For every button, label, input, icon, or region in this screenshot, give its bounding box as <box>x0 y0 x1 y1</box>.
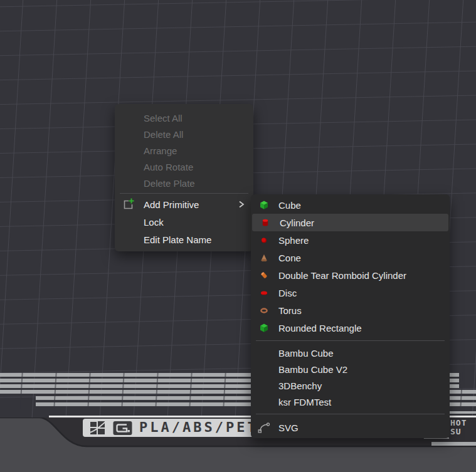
bezier-curve-icon <box>258 421 270 434</box>
submenu-item-label: Cone <box>278 253 301 263</box>
submenu-item-label: Torus <box>278 305 302 316</box>
plate-corner-print: HOT SU <box>450 419 476 436</box>
submenu-item-rounded-rectangle[interactable]: Rounded Rectangle <box>251 319 450 337</box>
submenu-item-bambu-cube-v2[interactable]: Bambu Cube V2 <box>251 361 450 377</box>
submenu-item-cube[interactable]: Cube <box>251 196 450 214</box>
slicer-viewport: PLA/ABS/PETG HOT SU Select All Delete Al… <box>0 0 476 472</box>
submenu-item-label: Cylinder <box>280 218 314 228</box>
romboid-cylinder-icon <box>259 270 269 280</box>
menu-item-add-primitive[interactable]: Add Primitive <box>115 196 253 213</box>
submenu-item-torus[interactable]: Torus <box>251 302 450 319</box>
submenu-item-label: Cube <box>278 200 301 211</box>
menu-item-label: Delete All <box>144 129 183 140</box>
submenu-item-cylinder[interactable]: Cylinder <box>252 214 448 231</box>
menu-item-label: Edit Plate Name <box>144 234 211 245</box>
plate-name-label: PLA/ABS/PETG <box>139 419 269 435</box>
submenu-item-label: Sphere <box>278 235 309 246</box>
submenu-item-label: SVG <box>278 422 299 433</box>
add-primitive-icon <box>122 198 134 211</box>
submenu-separator <box>256 340 445 341</box>
submenu-item-label: Disc <box>278 288 297 298</box>
submenu-item-label: 3DBenchy <box>278 380 322 391</box>
plate-logo-window-icon <box>90 421 106 435</box>
submenu-item-sphere[interactable]: Sphere <box>251 231 450 249</box>
submenu-separator <box>256 414 445 414</box>
menu-item-label: Auto Rotate <box>144 162 193 172</box>
menu-item-edit-plate-name[interactable]: Edit Plate Name <box>115 231 253 248</box>
sphere-icon <box>259 235 269 245</box>
submenu-item-svg[interactable]: SVG <box>251 418 450 437</box>
submenu-item-disc[interactable]: Disc <box>251 284 450 302</box>
submenu-item-double-tear-romboid-cylinder[interactable]: Double Tear Romboid Cylinder <box>251 266 450 284</box>
submenu-item-label: Bambu Cube <box>278 348 334 359</box>
menu-separator <box>120 193 248 194</box>
submenu-item-cone[interactable]: Cone <box>251 249 450 266</box>
torus-icon <box>259 305 269 315</box>
submenu-item-ksr-fdmtest[interactable]: ksr FDMTest <box>251 394 450 410</box>
plate-logo-brand-icon <box>113 421 132 436</box>
menu-item-lock[interactable]: Lock <box>115 213 253 231</box>
submenu-item-bambu-cube[interactable]: Bambu Cube <box>251 345 450 361</box>
menu-item-label: Delete Plate <box>144 178 195 189</box>
cube-icon <box>259 200 269 210</box>
cone-icon <box>259 253 269 263</box>
menu-item-label: Arrange <box>144 145 177 156</box>
corner-print-line1: HOT <box>450 419 476 427</box>
submenu-item-label: ksr FDMTest <box>278 397 331 407</box>
menu-item-auto-rotate[interactable]: Auto Rotate <box>115 159 253 175</box>
submenu-item-label: Rounded Rectangle <box>278 323 362 333</box>
cylinder-icon <box>260 218 270 228</box>
submenu-item-label: Bambu Cube V2 <box>278 364 347 375</box>
disc-icon <box>259 288 269 298</box>
corner-print-line2: SU <box>450 427 476 436</box>
submenu-item-3dbenchy[interactable]: 3DBenchy <box>251 377 450 394</box>
menu-item-label: Add Primitive <box>144 199 199 210</box>
submenu-item-label: Double Tear Romboid Cylinder <box>278 270 406 281</box>
menu-item-label: Lock <box>144 217 164 228</box>
plate-stripe <box>431 442 476 446</box>
menu-item-delete-plate[interactable]: Delete Plate <box>115 175 253 191</box>
add-primitive-submenu: Cube Cylinder Sphere Cone <box>251 194 450 438</box>
menu-item-delete-all[interactable]: Delete All <box>115 126 253 142</box>
chevron-right-icon <box>237 199 246 209</box>
menu-item-select-all[interactable]: Select All <box>115 110 253 126</box>
menu-item-arrange[interactable]: Arrange <box>115 142 253 159</box>
rounded-rectangle-icon <box>259 323 269 333</box>
context-menu: Select All Delete All Arrange Auto Rotat… <box>115 104 253 251</box>
menu-item-label: Select All <box>144 113 182 123</box>
